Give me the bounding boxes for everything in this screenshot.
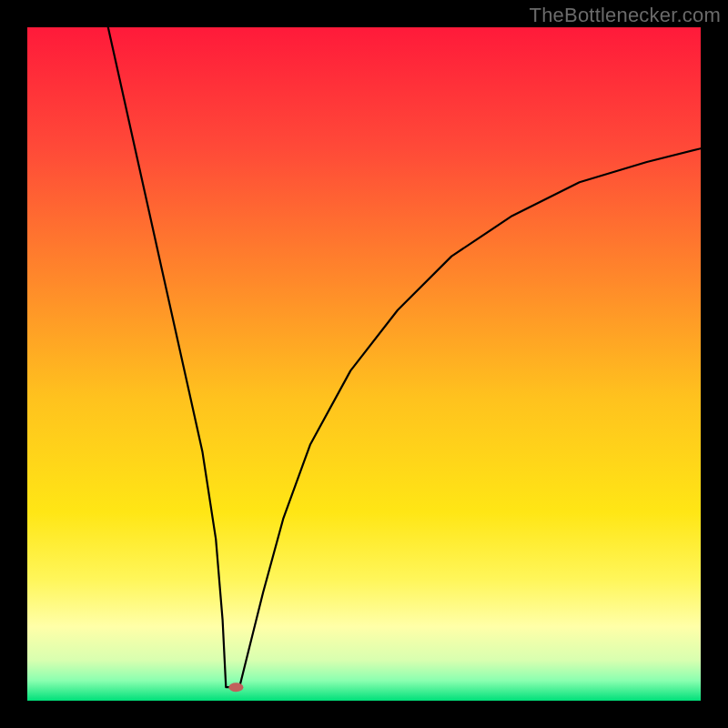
optimal-point-marker	[228, 682, 243, 692]
watermark-label: TheBottlenecker.com	[530, 4, 721, 27]
gradient-background	[27, 27, 701, 701]
plot-area	[27, 27, 701, 701]
chart-frame: TheBottlenecker.com	[0, 0, 728, 728]
chart-svg	[27, 27, 701, 701]
